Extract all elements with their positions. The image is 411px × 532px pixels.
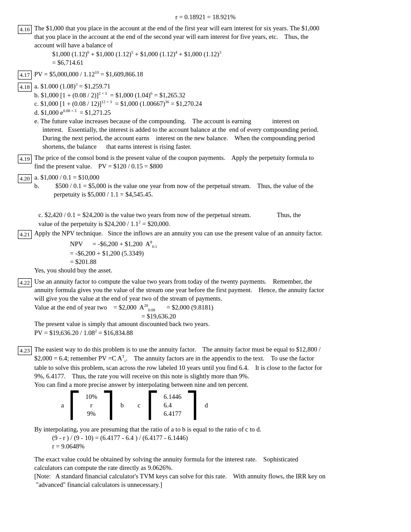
line-4-23-3: table to solve this problem, scan across… <box>34 364 393 372</box>
problem-num-4-19: 4.19 <box>18 155 32 163</box>
line-4-23-interp2: (9 - r ) / (9 - 10) = (6.4177 - 6.4 ) / … <box>34 434 393 442</box>
matrix-label-b: b <box>121 402 124 409</box>
problem-num-4-20: 4.20 <box>18 174 32 183</box>
line-4-22-2: annuity formula gives you the value of t… <box>34 286 393 294</box>
problem-num-4-16: 4.16 <box>18 25 32 34</box>
problem-4-18: 4.18 a. $1.000 (1.08)3 = $1,259.71 b. $1… <box>18 82 393 151</box>
left-val-2: r <box>90 402 92 409</box>
right-matrix-values: 6.1446 6.4 6.4177 <box>164 393 181 418</box>
line-4-20-c1 <box>38 202 393 209</box>
problem-content-4-23: The easiest way to do this problem is to… <box>34 346 393 490</box>
problem-content-4-16: The $1,000 that you place in the account… <box>34 25 393 67</box>
left-matrix-values: 10% r 9% <box>85 393 97 418</box>
problem-4-22: 4.22 Use an annuity factor to compute th… <box>18 278 393 338</box>
line-4-18-c: c. $1,000 [1 + (0.08 / 12)]12 × 3 = $1,0… <box>34 100 393 108</box>
spacer-4-22-4-23 <box>18 340 393 346</box>
left-bracket-open: ⎡ <box>68 395 81 416</box>
problem-4-21: 4.21 Apply the NPV technique. Since the … <box>18 230 393 275</box>
npv-line1: NPV = -$6,200 + $1,200 A80.1 <box>70 240 393 249</box>
interpolation-matrix: a ⎡ 10% r 9% ⎤ b c ⎡ 6.1446 6.4 6.4177 ⎤ <box>61 393 393 418</box>
header-formula: r = 0.18921 = 18.921% <box>176 13 236 21</box>
line-4-22-1: Use an annuity factor to compute the val… <box>34 278 393 285</box>
matrix-label-c: c <box>138 402 140 409</box>
line-4-23-note2: "advanced" financial calculators is unne… <box>34 481 393 489</box>
line-4-18-d: d. $1,000 e0.08 × 3 = $1,271.25 <box>34 109 393 117</box>
line-4-23-exact1: The exact value could be obtained by sol… <box>34 456 393 463</box>
npv-line3: = $201.88 <box>70 258 393 266</box>
problem-4-23: 4.23 The easiest way to do this problem … <box>18 346 393 490</box>
line-4-17-1: PV = $5,000,000 / 1.1210 = $1,609,866.18 <box>34 70 393 78</box>
problem-4-20: 4.20 a. $1,000 / 0.1 = $10,000 b. $500 /… <box>18 174 393 199</box>
problem-content-4-21: Apply the NPV technique. Since the inflo… <box>34 230 393 275</box>
problem-4-16: 4.16 The $1,000 that you place in the ac… <box>18 25 393 67</box>
line-4-16-3: account will have a balance of <box>34 42 393 49</box>
line-4-18-a: a. $1.000 (1.08)3 = $1,259.71 <box>34 82 393 90</box>
problem-content-4-18: a. $1.000 (1.08)3 = $1,259.71 b. $1,000 … <box>34 82 393 151</box>
line-4-16-2: that you place in the account at the end… <box>34 33 393 41</box>
line-4-23-5: You can find a more precise answer by in… <box>34 381 393 389</box>
matrix-label-d: d <box>205 402 208 409</box>
problem-4-17: 4.17 PV = $5,000,000 / 1.1210 = $1,609,8… <box>18 70 393 80</box>
right-val-3: 6.4177 <box>164 410 181 418</box>
line-4-20-a: a. $1,000 / 0.1 = $10,000 <box>34 174 393 181</box>
right-bracket-open: ⎡ <box>147 395 159 416</box>
line-4-18-e2: interest. Essentially, the interest is a… <box>34 126 393 134</box>
right-bracket-close: ⎤ <box>186 395 198 416</box>
problem-4-20-c-block: c. $2,420 / 0.1 = $24,200 is the value t… <box>38 202 393 228</box>
line-4-19-2: find the present value. PV = $120 / 0.15… <box>34 163 393 170</box>
problem-num-4-21: 4.21 <box>18 230 32 239</box>
right-val-2: 6.4 <box>164 402 172 409</box>
line-4-23-4: 9%, 6.4177. Thus, the rate you will rece… <box>34 373 393 380</box>
line-4-21-conclusion: Yes, you should buy the asset. <box>34 267 393 274</box>
problem-num-4-17: 4.17 <box>18 71 32 80</box>
problem-content-4-17: PV = $5,000,000 / 1.1210 = $1,609,866.18 <box>34 70 393 79</box>
problem-content-4-19: The price of the consol bond is the pres… <box>34 154 393 171</box>
problem-content-4-20: a. $1,000 / 0.1 = $10,000 b. $500 / 0.1 … <box>34 174 393 199</box>
npv-line2: = -$6,200 + $1,200 (5.3349) <box>70 250 393 257</box>
line-4-21-intro: Apply the NPV technique. Since the inflo… <box>34 230 393 237</box>
line-4-23-interp3: r = 9.0648% <box>34 443 393 450</box>
line-4-22-3: will give you the value at the end of ye… <box>34 295 393 302</box>
line-4-23-exact2: calculators can compute the rate directl… <box>34 464 393 472</box>
problem-num-4-23: 4.23 <box>18 346 32 355</box>
problem-4-19: 4.19 The price of the consol bond is the… <box>18 154 393 171</box>
line-4-20-c2: c. $2,420 / 0.1 = $24,200 is the value t… <box>38 211 393 219</box>
line-4-16-4: $1,000 (1.12)6 + $1,000 (1.12)5 + $1,000… <box>34 50 393 58</box>
line-4-23-interp1: By interpolating, you are presuming that… <box>34 426 393 433</box>
line-4-18-e1: e. The future value increases because of… <box>34 117 393 125</box>
left-bracket-close: ⎤ <box>102 395 114 416</box>
line-4-16-5: = $6,714.61 <box>34 59 393 67</box>
line-4-22-4: Value at the end of year two = $2,000 A2… <box>34 303 393 312</box>
line-4-20-c3: value of the perpetuity is $24,200 / 1.1… <box>38 220 393 228</box>
line-4-20-b2: perpetuity is $5,000 / 1.1 = $4,545.45. <box>34 191 393 198</box>
line-4-23-note1: [Note: A standard financial calculator's… <box>34 473 393 480</box>
line-4-18-b: b. $1,000 [1 + (0.08 / 2)]2 × 3 = $1,000… <box>34 91 393 99</box>
spacer1 <box>34 422 393 426</box>
left-val-1: 10% <box>85 393 97 401</box>
problem-num-4-18: 4.18 <box>18 83 32 92</box>
line-4-16-1: The $1,000 that you place in the account… <box>34 25 393 32</box>
line-4-18-e4: shortens, the balance that earns interes… <box>34 143 393 151</box>
right-val-1: 6.1446 <box>164 393 181 401</box>
npv-calc-block: NPV = -$6,200 + $1,200 A80.1 = -$6,200 +… <box>70 240 393 266</box>
problem-num-4-22: 4.22 <box>18 278 32 287</box>
spacer2 <box>34 451 393 456</box>
left-val-3: 9% <box>87 410 96 418</box>
line-4-22-6: PV = $19,636.20 / 1.082 = $16,834.88 <box>34 329 393 337</box>
line-4-23-2: $2,000 = 6.4; remember PV =C ATr. The an… <box>34 354 393 363</box>
problem-content-4-22: Use an annuity factor to compute the val… <box>34 278 393 338</box>
line-4-23-1: The easiest way to do this problem is to… <box>34 346 393 353</box>
line-4-18-e3: During the next period, the account earn… <box>34 134 393 142</box>
matrix-label-a: a <box>61 402 64 409</box>
line-4-22-5: The present value is simply that amount … <box>34 320 393 328</box>
line-4-19-1: The price of the consol bond is the pres… <box>34 154 393 162</box>
val-line2: = $19,636.20 <box>142 313 393 320</box>
line-4-20-b1: b. $500 / 0.1 = $5,000 is the value one … <box>34 182 393 190</box>
